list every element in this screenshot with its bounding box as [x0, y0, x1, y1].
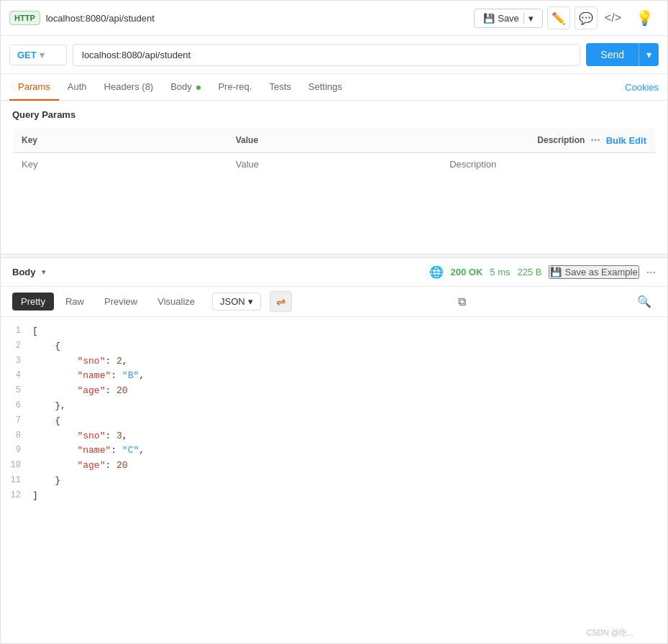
tab-body[interactable]: Body [162, 74, 209, 101]
save-example-label: Save as Example [564, 267, 637, 277]
watermark: CSDN @吃... [586, 627, 633, 638]
search-button[interactable]: 🔍 [633, 292, 656, 311]
response-time: 5 ms [490, 267, 510, 277]
url-input[interactable] [73, 44, 580, 66]
method-chevron-icon: ▾ [40, 50, 45, 60]
json-line-9: 9 "name": "C", [1, 443, 667, 459]
params-table: Key Value Description ··· Bulk Edit [12, 127, 656, 176]
http-badge: HTTP [9, 11, 40, 25]
json-line-11: 11 } [1, 474, 667, 489]
json-line-8: 8 "sno": 3, [1, 429, 667, 444]
response-chevron-icon: ▾ [42, 267, 46, 277]
format-type-label: JSON [220, 296, 245, 307]
key-input[interactable] [22, 159, 219, 170]
save-icon: 💾 [483, 13, 495, 24]
response-meta: 🌐 200 OK 5 ms 225 B 💾 Save as Example ··… [429, 265, 656, 279]
wrap-button[interactable]: ⇌ [270, 291, 292, 312]
url-bar: GET ▾ Send ▾ [1, 36, 667, 74]
more-options-icon[interactable]: ··· [590, 134, 600, 147]
save-label: Save [498, 13, 519, 24]
copy-icon: ⧉ [458, 295, 466, 308]
fmt-tab-preview[interactable]: Preview [96, 293, 146, 310]
empty-space [1, 182, 667, 254]
response-body-label: Body [12, 267, 36, 277]
chat-icon: 💬 [579, 12, 593, 25]
save-button[interactable]: 💾 Save ▾ [474, 9, 543, 28]
tab-headers[interactable]: Headers (8) [96, 74, 163, 101]
method-select[interactable]: GET ▾ [9, 45, 67, 65]
save-example-icon: 💾 [550, 267, 562, 277]
status-badge: 200 OK [451, 267, 483, 277]
json-line-5: 5 "age": 20 [1, 384, 667, 399]
value-input[interactable] [236, 159, 432, 170]
description-input[interactable] [449, 159, 646, 170]
wrap-icon: ⇌ [276, 295, 285, 308]
col-header-value: Value [227, 128, 441, 153]
send-label: Send [586, 43, 639, 66]
more-options-button[interactable]: ··· [646, 266, 656, 279]
response-bar: Body ▾ 🌐 200 OK 5 ms 225 B 💾 Save as Exa… [1, 258, 667, 287]
method-label: GET [17, 50, 37, 60]
send-button[interactable]: Send ▾ [586, 43, 659, 66]
tab-tests[interactable]: Tests [260, 74, 299, 101]
top-bar: HTTP localhost:8080/api/student 💾 Save ▾… [1, 1, 667, 36]
col-header-desc: Description ··· Bulk Edit [441, 128, 655, 153]
json-viewer: 1 [ 2 { 3 "sno": 2, 4 "name": "B", 5 "ag… [1, 317, 667, 511]
tab-prereq[interactable]: Pre-req. [209, 74, 260, 101]
top-bar-url: localhost:8080/api/student [46, 13, 468, 24]
json-line-1: 1 [ [1, 324, 667, 339]
search-icon: 🔍 [637, 295, 651, 308]
json-line-3: 3 "sno": 2, [1, 354, 667, 369]
table-row [13, 153, 656, 176]
json-line-7: 7 { [1, 414, 667, 429]
json-line-2: 2 { [1, 339, 667, 354]
bulb-icon: 💡 [636, 9, 654, 27]
format-bar: Pretty Raw Preview Visualize JSON ▾ ⇌ ⧉ … [1, 287, 667, 317]
json-line-4: 4 "name": "B", [1, 369, 667, 384]
format-type-select[interactable]: JSON ▾ [212, 293, 261, 310]
request-tabs: Params Auth Headers (8) Body Pre-req. Te… [1, 74, 667, 101]
fmt-tab-visualize[interactable]: Visualize [149, 293, 203, 310]
pencil-icon: ✏️ [552, 12, 566, 25]
tab-settings[interactable]: Settings [300, 74, 351, 101]
col-header-description-label: Description [537, 135, 585, 145]
query-params-title: Query Params [12, 109, 656, 120]
format-chevron-icon: ▾ [248, 296, 253, 307]
body-indicator-dot [196, 86, 201, 90]
fmt-tab-raw[interactable]: Raw [57, 293, 93, 310]
globe-icon: 🌐 [429, 265, 444, 279]
json-line-12: 12 ] [1, 489, 667, 504]
tab-params[interactable]: Params [9, 74, 59, 101]
response-size: 225 B [518, 267, 542, 277]
comment-icon-button[interactable]: 💬 [575, 6, 598, 29]
chevron-down-icon: ▾ [523, 13, 534, 24]
col-header-key: Key [13, 128, 227, 153]
bulk-edit-button[interactable]: Bulk Edit [606, 135, 646, 146]
cookies-link[interactable]: Cookies [625, 75, 659, 100]
save-as-example-button[interactable]: 💾 Save as Example [549, 265, 639, 279]
top-bar-actions: 💾 Save ▾ ✏️ 💬 </> [474, 6, 624, 29]
edit-icon-button[interactable]: ✏️ [547, 6, 570, 29]
send-chevron-icon: ▾ [639, 43, 659, 66]
query-params-section: Query Params Key Value Description ··· B… [1, 101, 667, 182]
json-line-6: 6 }, [1, 399, 667, 414]
copy-button[interactable]: ⧉ [454, 293, 470, 311]
code-button[interactable]: </> [602, 9, 624, 27]
tab-auth[interactable]: Auth [59, 74, 96, 101]
fmt-tab-pretty[interactable]: Pretty [12, 293, 54, 310]
json-line-10: 10 "age": 20 [1, 459, 667, 474]
